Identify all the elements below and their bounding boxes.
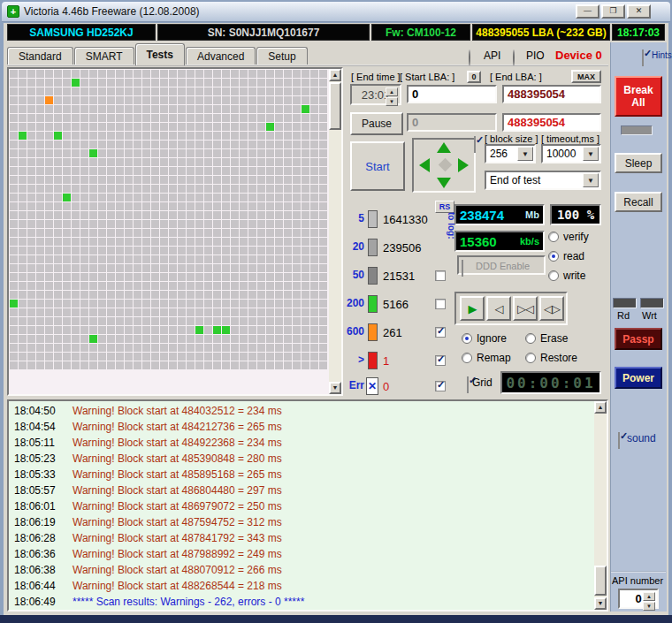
map-cell: [222, 229, 230, 237]
map-cell: [134, 114, 141, 122]
map-cell: [125, 264, 133, 272]
block-map-grid: [10, 70, 328, 370]
pio-label[interactable]: PIO: [526, 49, 545, 62]
map-cell: [10, 229, 18, 237]
hints-checkbox[interactable]: [642, 49, 644, 66]
map-scrollbar-thumb[interactable]: [329, 82, 341, 130]
map-cell: [107, 132, 115, 140]
step-back-button[interactable]: ◁: [486, 296, 511, 321]
log-scrollbar-thumb[interactable]: [594, 566, 607, 596]
title-bar[interactable]: + Victoria 4.46b Freeware (12.08.2008) —…: [2, 2, 670, 22]
map-cell: [195, 326, 203, 334]
scroll-up-icon[interactable]: [329, 69, 341, 81]
api-radio[interactable]: [469, 49, 470, 66]
arrow-left-icon[interactable]: [419, 158, 430, 172]
radio-ignore[interactable]: Ignore: [462, 329, 507, 348]
seek-back-button[interactable]: ◁▷: [539, 296, 564, 321]
api-label[interactable]: API: [484, 49, 500, 62]
pause-button[interactable]: Pause: [350, 112, 403, 135]
tab-setup[interactable]: Setup: [256, 47, 307, 65]
start-lba-zero-button[interactable]: 0: [467, 71, 481, 83]
map-cell: [204, 123, 212, 131]
api-number-spin-buttons[interactable]: [643, 592, 655, 605]
map-cell: [231, 149, 239, 157]
dpad-checkbox[interactable]: [474, 136, 476, 153]
radio-write[interactable]: write: [548, 266, 589, 285]
end-time-stepper[interactable]: 23:01: [350, 84, 401, 105]
map-cell: [266, 335, 274, 343]
maximize-button[interactable]: ❐: [601, 4, 625, 19]
end-time-spin-buttons[interactable]: [386, 87, 398, 102]
tab-advanced[interactable]: Advanced: [186, 47, 256, 65]
api-number-stepper[interactable]: 0: [618, 589, 659, 609]
ddd-enable-checkbox[interactable]: [462, 260, 463, 277]
map-cell: [54, 238, 62, 246]
map-cell: [107, 185, 115, 193]
map-cell: [187, 123, 195, 131]
break-all-button[interactable]: Break All: [615, 76, 662, 117]
sleep-button[interactable]: Sleep: [615, 153, 662, 173]
tab-tests[interactable]: Tests: [135, 43, 185, 65]
map-cell: [240, 96, 248, 104]
start-button[interactable]: Start: [350, 141, 405, 191]
close-button[interactable]: ✕: [627, 4, 651, 19]
tab-smart[interactable]: SMART: [74, 47, 134, 65]
map-cell: [257, 308, 265, 316]
legend-log-checkbox[interactable]: [435, 381, 446, 391]
map-scrollbar[interactable]: [329, 69, 341, 394]
map-cell: [284, 105, 292, 113]
map-cell: [204, 220, 212, 228]
map-cell: [284, 220, 292, 228]
pio-radio[interactable]: [513, 49, 515, 66]
end-action-select[interactable]: End of test: [485, 171, 601, 190]
map-cell: [266, 176, 274, 184]
end-lba-input[interactable]: 488395054: [502, 85, 601, 103]
legend-log-checkbox[interactable]: [435, 270, 446, 281]
legend-log-checkbox[interactable]: [435, 299, 446, 309]
recall-button[interactable]: Recall: [615, 192, 662, 212]
power-button[interactable]: Power: [615, 367, 662, 389]
tab-standard[interactable]: Standard: [7, 47, 73, 65]
scroll-down-icon[interactable]: [329, 382, 341, 394]
map-cell: [160, 87, 168, 95]
map-cell: [293, 361, 301, 369]
hints-label[interactable]: Hints: [652, 50, 672, 60]
start-lba-input[interactable]: 0: [407, 85, 497, 103]
minimize-button[interactable]: —: [576, 4, 599, 19]
log-scroll-up-icon[interactable]: [594, 401, 607, 414]
block-size-select[interactable]: 256: [485, 144, 536, 163]
arrow-right-icon[interactable]: [458, 158, 469, 172]
map-cell: [284, 149, 292, 157]
legend-log-checkbox[interactable]: [435, 327, 446, 338]
sound-label[interactable]: sound: [627, 432, 656, 444]
map-cell: [134, 211, 141, 219]
radio-restore[interactable]: Restore: [525, 348, 577, 368]
map-cell: [204, 300, 212, 308]
sound-checkbox[interactable]: [618, 432, 620, 449]
arrow-down-icon[interactable]: [437, 178, 451, 188]
map-cell: [27, 211, 35, 219]
log-scroll-down-icon[interactable]: [594, 597, 607, 610]
grid-label[interactable]: Grid: [472, 376, 493, 389]
seek-forward-button[interactable]: ▷◁: [513, 296, 538, 321]
map-cell: [107, 211, 115, 219]
passp-button[interactable]: Passp: [615, 328, 662, 350]
grid-checkbox[interactable]: [467, 376, 469, 393]
map-cell: [310, 141, 318, 148]
play-button[interactable]: ▶: [460, 296, 485, 321]
direction-pad[interactable]: [412, 138, 476, 193]
radio-verify[interactable]: verify: [548, 227, 589, 247]
log-scrollbar[interactable]: [594, 401, 607, 610]
map-cell: [275, 229, 283, 237]
map-cell: [248, 273, 256, 281]
map-cell: [151, 220, 159, 228]
legend-log-checkbox[interactable]: [435, 355, 446, 366]
radio-remap[interactable]: Remap: [462, 348, 511, 368]
timeout-select[interactable]: 10000: [541, 144, 601, 163]
map-cell: [63, 79, 71, 87]
arrow-up-icon[interactable]: [437, 142, 451, 153]
radio-read[interactable]: read: [548, 247, 589, 266]
map-cell: [302, 255, 309, 263]
max-lba-button[interactable]: MAX: [571, 70, 601, 83]
radio-erase[interactable]: Erase: [525, 329, 568, 348]
